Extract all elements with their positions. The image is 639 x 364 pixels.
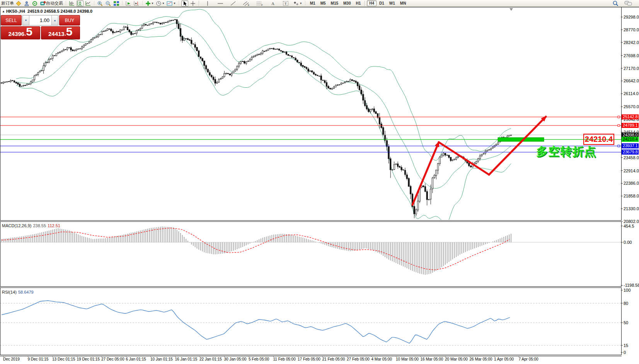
volume-decrease-button[interactable]: ▼	[23, 15, 29, 25]
pane-divider[interactable]	[0, 286, 622, 288]
candlestick-chart-type-button[interactable]	[77, 0, 83, 7]
autotrading-button[interactable]: 自动交易	[39, 0, 63, 7]
timeframe-button-d1[interactable]: D1	[377, 0, 387, 6]
toolbar-grip[interactable]	[122, 1, 123, 6]
templates-button[interactable]: ▼	[166, 0, 176, 7]
toolbar-grip[interactable]	[65, 1, 66, 6]
community-button[interactable]	[31, 0, 38, 7]
timeframe-button-mn[interactable]: MN	[398, 0, 409, 6]
time-axis-label: Dec 2019	[3, 357, 20, 361]
text-tool-button[interactable]: A	[269, 0, 276, 7]
vertical-line-tool-button[interactable]	[204, 0, 211, 7]
price-axis-label: 23458.0	[624, 155, 639, 160]
toolbar-grip[interactable]	[142, 1, 143, 6]
timeframe-button-m1[interactable]: M1	[308, 0, 318, 6]
tile-windows-button[interactable]	[113, 0, 120, 7]
pane-divider[interactable]	[0, 220, 622, 222]
market-watch-button[interactable]	[15, 0, 22, 7]
toolbar-grip[interactable]	[94, 1, 95, 6]
time-axis-label: 26 Mar 05:00	[470, 357, 492, 361]
bar-chart-type-button[interactable]	[68, 0, 75, 7]
rsi-value: 58.6479	[18, 290, 34, 294]
sell-price-int: 24396	[8, 29, 24, 39]
horizontal-line-tool-button[interactable]	[217, 0, 224, 7]
time-axis-label: 9 Dec 01:15	[28, 357, 49, 361]
timeframe-button-h1[interactable]: H1	[353, 0, 363, 6]
volume-input[interactable]: 1.00	[29, 15, 51, 25]
svg-text:T: T	[285, 2, 287, 5]
chart-shift-icon	[133, 1, 140, 6]
time-axis-label: 11 Feb 05:00	[273, 357, 296, 361]
auto-scroll-button[interactable]	[125, 0, 132, 7]
cursor-icon	[182, 1, 187, 6]
crosshair-tool-button[interactable]	[189, 0, 196, 7]
volume-increase-button[interactable]: ▲	[51, 15, 58, 25]
toolbar-grip[interactable]	[178, 1, 179, 6]
timeframe-button-w1[interactable]: W1	[387, 0, 397, 6]
time-axis-label: 16 Mar 05:00	[421, 357, 443, 361]
time-axis-label: 22 Jan 01:15	[199, 357, 222, 361]
turning-point-text[interactable]: 多空转折点	[536, 144, 596, 160]
chart-canvas[interactable]	[0, 0, 639, 364]
zoom-in-button[interactable]	[97, 0, 104, 7]
time-axis-label: 10 Jan 01:15	[150, 357, 173, 361]
zoom-in-icon	[97, 1, 103, 6]
chart-title: ▲HK50-,H4 24519.0 24558.5 24348.0 24398.…	[2, 9, 92, 14]
line-chart-type-button[interactable]	[85, 0, 92, 7]
trade-panel: SELL ▼ 1.00 ▲ BUY 243965 244135	[1, 15, 80, 39]
period-button[interactable]: ▼	[155, 0, 165, 7]
add-indicator-button[interactable]: ▼	[145, 0, 154, 7]
text-label-tool-button[interactable]: T	[282, 0, 289, 7]
sell-price-box[interactable]: 243965	[1, 26, 40, 39]
price-axis-label: 26642.0	[624, 78, 639, 83]
vertical-line-icon	[206, 1, 210, 6]
time-axis-label: 5 Feb 05:00	[249, 357, 269, 361]
buy-button[interactable]: BUY	[59, 15, 80, 26]
fibonacci-tool-button[interactable]: F	[256, 0, 264, 7]
channel-icon: E	[243, 1, 250, 6]
person-icon	[24, 1, 30, 6]
price-marker-green: 24210.4	[622, 137, 639, 142]
buy-price-box[interactable]: 244135	[41, 26, 80, 39]
buy-price-int: 24413	[48, 29, 65, 39]
time-axis-label: 20 Mar 05:00	[445, 357, 468, 361]
candlestick-icon	[77, 1, 83, 6]
toolbar-grip[interactable]	[305, 1, 306, 6]
buy-price-dec: 5	[65, 26, 73, 39]
time-axis-label: 1 Apr 05:00	[494, 357, 514, 361]
auto-scroll-icon	[125, 1, 131, 6]
line-handle[interactable]	[618, 145, 620, 147]
autotrading-label: 自动交易	[46, 0, 63, 6]
svg-text:E: E	[248, 4, 249, 6]
chevron-down-icon: ▼	[300, 2, 302, 5]
timeframe-button-h4[interactable]: H4	[367, 0, 377, 6]
clock-icon	[156, 1, 162, 6]
trendline-icon	[230, 1, 236, 6]
new-order-button[interactable]: 新订单	[1, 0, 14, 6]
search-button[interactable]	[612, 0, 619, 7]
arrows-tool-button[interactable]: ▼	[293, 0, 303, 7]
line-handle[interactable]	[618, 124, 620, 126]
cursor-tool-button[interactable]	[181, 0, 188, 7]
equidistant-channel-tool-button[interactable]: E	[242, 0, 250, 7]
macd-signal-value: 112.51	[48, 223, 60, 228]
chart-shift-button[interactable]	[133, 0, 140, 7]
zoom-out-button[interactable]	[105, 0, 112, 7]
timeframe-button-m5[interactable]: M5	[318, 0, 328, 6]
toolbar-separator	[365, 1, 365, 6]
accounts-button[interactable]	[23, 0, 30, 7]
time-axis-label: 13 Dec 01:15	[52, 357, 75, 361]
timeframe-button-m15[interactable]: M15	[329, 0, 341, 6]
timeframe-button-m30[interactable]: M30	[341, 0, 353, 6]
sell-button[interactable]: SELL	[1, 15, 22, 26]
collapse-triangle-icon[interactable]: ▲	[2, 10, 5, 13]
price-marker-blue: 23679.8	[622, 150, 639, 155]
trendline-tool-button[interactable]	[230, 0, 237, 7]
level-price-box[interactable]: 24210.4	[583, 134, 614, 145]
price-axis-label: 28770.0	[624, 27, 639, 32]
gold-diamond-icon	[15, 1, 22, 6]
price-axis-label: 27170.0	[624, 66, 639, 71]
line-handle[interactable]	[618, 116, 620, 118]
time-axis-label: 27 Feb 05:00	[347, 357, 370, 361]
chat-button[interactable]	[624, 0, 632, 7]
